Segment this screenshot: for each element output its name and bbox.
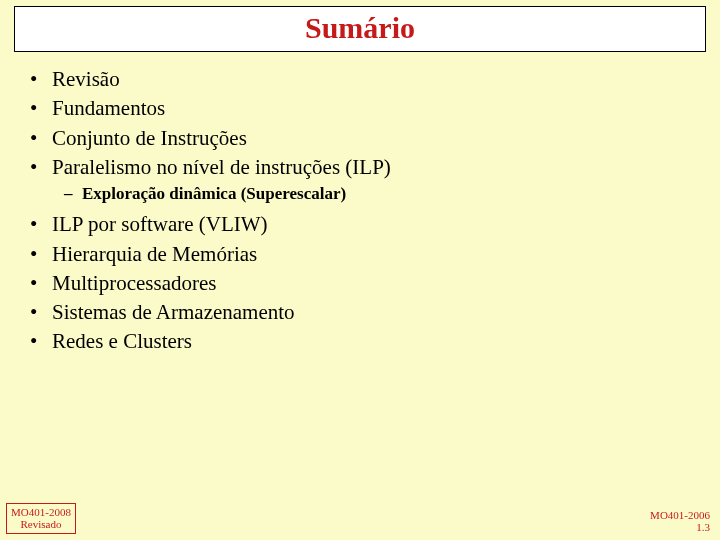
bullet-icon: •	[24, 95, 52, 122]
bullet-icon: •	[24, 241, 52, 268]
item-text: Conjunto de Instruções	[52, 125, 247, 152]
item-text: ILP por software (VLIW)	[52, 211, 268, 238]
list-item: •ILP por software (VLIW)	[24, 211, 720, 238]
slide-title: Sumário	[15, 11, 705, 45]
list-item: •Fundamentos	[24, 95, 720, 122]
dash-icon: –	[64, 183, 82, 205]
list-item: •Sistemas de Armazenamento	[24, 299, 720, 326]
item-text: Paralelismo no nível de instruções (ILP)	[52, 154, 391, 181]
list-item: •Hierarquia de Memórias	[24, 241, 720, 268]
bullet-icon: •	[24, 270, 52, 297]
item-text: Multiprocessadores	[52, 270, 216, 297]
bullet-icon: •	[24, 211, 52, 238]
list-item: •Redes e Clusters	[24, 328, 720, 355]
bullet-icon: •	[24, 154, 52, 181]
footer-right-line1: MO401-2006	[650, 509, 710, 522]
bullet-icon: •	[24, 328, 52, 355]
sublist-item: –Exploração dinâmica (Superescalar)	[24, 183, 720, 205]
item-text: Fundamentos	[52, 95, 165, 122]
item-text: Sistemas de Armazenamento	[52, 299, 295, 326]
bullet-icon: •	[24, 66, 52, 93]
list-item: •Revisão	[24, 66, 720, 93]
item-text: Redes e Clusters	[52, 328, 192, 355]
footer-right: MO401-2006 1.3	[650, 509, 710, 534]
list-item: •Conjunto de Instruções	[24, 125, 720, 152]
footer-left-box: MO401-2008 Revisado	[6, 503, 76, 534]
bullet-icon: •	[24, 299, 52, 326]
bullet-icon: •	[24, 125, 52, 152]
footer-left-line2: Revisado	[11, 518, 71, 531]
footer-left-line1: MO401-2008	[11, 506, 71, 519]
content-area: •Revisão •Fundamentos •Conjunto de Instr…	[0, 52, 720, 356]
list-item: •Paralelismo no nível de instruções (ILP…	[24, 154, 720, 181]
list-item: •Multiprocessadores	[24, 270, 720, 297]
footer-right-line2: 1.3	[650, 521, 710, 534]
item-text: Hierarquia de Memórias	[52, 241, 257, 268]
subitem-text: Exploração dinâmica (Superescalar)	[82, 183, 346, 205]
title-box: Sumário	[14, 6, 706, 52]
item-text: Revisão	[52, 66, 120, 93]
